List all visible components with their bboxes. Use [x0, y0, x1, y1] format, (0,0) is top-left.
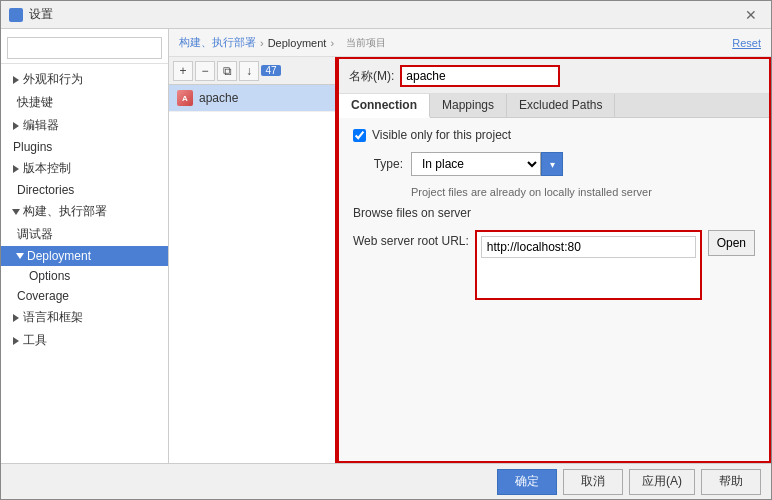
copy-server-button[interactable]: ⧉: [217, 61, 237, 81]
tab-mappings[interactable]: Mappings: [430, 94, 507, 117]
main-panel: 构建、执行部署 › Deployment › 当前项目 Reset + − ⧉ …: [169, 29, 771, 463]
sidebar-item-label: Coverage: [17, 289, 69, 303]
remove-server-button[interactable]: −: [195, 61, 215, 81]
window-title: 设置: [29, 6, 53, 23]
panel-body: + − ⧉ ↓ 47 A apache: [169, 57, 771, 463]
type-select-wrapper: In place ▾: [411, 152, 563, 176]
expand-icon: [13, 314, 19, 322]
sidebar-item-label: 外观和行为: [23, 71, 83, 88]
tab-connection[interactable]: Connection: [339, 94, 430, 118]
server-list: A apache: [169, 85, 335, 463]
name-row: 名称(M):: [339, 59, 769, 94]
sidebar-item-label: 构建、执行部署: [23, 203, 107, 220]
move-server-button[interactable]: ↓: [239, 61, 259, 81]
apply-button[interactable]: 应用(A): [629, 469, 695, 495]
search-input[interactable]: [7, 37, 162, 59]
app-icon: [9, 8, 23, 22]
sidebar-item-lang[interactable]: 语言和框架: [1, 306, 168, 329]
sidebar-item-label: Deployment: [27, 249, 91, 263]
settings-window: 设置 ✕ 外观和行为 快捷键 编辑器 Plugins: [0, 0, 772, 500]
sidebar-item-build[interactable]: 构建、执行部署: [1, 200, 168, 223]
cancel-button[interactable]: 取消: [563, 469, 623, 495]
title-bar-left: 设置: [9, 6, 53, 23]
expand-icon: [13, 337, 19, 345]
settings-content: Visible only for this project Type: In p…: [339, 118, 769, 461]
sidebar-item-label: 调试器: [17, 226, 53, 243]
sidebar-item-deployment[interactable]: Deployment: [1, 246, 168, 266]
sidebar-item-tools[interactable]: 工具: [1, 329, 168, 352]
tab-excluded-paths[interactable]: Excluded Paths: [507, 94, 615, 117]
sidebar-item-label: Plugins: [13, 140, 52, 154]
type-label: Type:: [353, 157, 403, 171]
expand-icon: [13, 122, 19, 130]
server-type-icon: A: [177, 90, 193, 106]
url-label: Web server root URL:: [353, 230, 469, 248]
expand-icon: [16, 253, 24, 259]
server-count-badge: 47: [261, 65, 281, 76]
url-input[interactable]: [481, 236, 696, 258]
browse-section-header: Browse files on server: [353, 206, 755, 222]
breadcrumb-part3: 当前项目: [346, 36, 386, 50]
sidebar-item-label: 快捷键: [17, 94, 53, 111]
sidebar-item-directories[interactable]: Directories: [1, 180, 168, 200]
visible-only-row: Visible only for this project: [353, 128, 755, 142]
visible-only-checkbox[interactable]: [353, 129, 366, 142]
sidebar-item-vcs[interactable]: 版本控制: [1, 157, 168, 180]
title-bar: 设置 ✕: [1, 1, 771, 29]
expand-icon: [13, 165, 19, 173]
config-panel: 名称(M): Connection Mappings Excluded Path…: [337, 57, 771, 463]
open-button[interactable]: Open: [708, 230, 755, 256]
main-content: 外观和行为 快捷键 编辑器 Plugins 版本控制 Directories 构…: [1, 29, 771, 463]
type-description: Project files are already on locally ins…: [353, 184, 755, 206]
type-row: Type: In place ▾: [353, 152, 755, 176]
sidebar-item-debugger[interactable]: 调试器: [1, 223, 168, 246]
confirm-button[interactable]: 确定: [497, 469, 557, 495]
server-item[interactable]: A apache: [169, 85, 335, 112]
help-button[interactable]: 帮助: [701, 469, 761, 495]
breadcrumb: 构建、执行部署 › Deployment › 当前项目: [179, 35, 386, 50]
sidebar-item-options[interactable]: Options: [1, 266, 168, 286]
breadcrumb-sep2: ›: [330, 37, 334, 49]
name-label: 名称(M):: [349, 68, 394, 85]
expand-icon: [12, 209, 20, 215]
breadcrumb-part2: Deployment: [268, 37, 327, 49]
add-server-button[interactable]: +: [173, 61, 193, 81]
type-dropdown-arrow[interactable]: ▾: [541, 152, 563, 176]
search-bar: [1, 33, 168, 64]
url-area: [475, 230, 702, 300]
sidebar-item-coverage[interactable]: Coverage: [1, 286, 168, 306]
server-toolbar: + − ⧉ ↓ 47: [169, 57, 335, 85]
sidebar-item-appearance[interactable]: 外观和行为: [1, 68, 168, 91]
url-row: Web server root URL: Open: [353, 230, 755, 300]
type-select[interactable]: In place: [411, 152, 541, 176]
sidebar-item-label: 语言和框架: [23, 309, 83, 326]
close-button[interactable]: ✕: [739, 5, 763, 25]
server-list-panel: + − ⧉ ↓ 47 A apache: [169, 57, 337, 463]
sidebar-item-label: 编辑器: [23, 117, 59, 134]
sidebar-item-label: 版本控制: [23, 160, 71, 177]
sidebar-item-editor[interactable]: 编辑器: [1, 114, 168, 137]
sidebar-item-plugins[interactable]: Plugins: [1, 137, 168, 157]
breadcrumb-bar: 构建、执行部署 › Deployment › 当前项目 Reset: [169, 29, 771, 57]
sidebar-item-label: 工具: [23, 332, 47, 349]
visible-only-label: Visible only for this project: [372, 128, 511, 142]
sidebar: 外观和行为 快捷键 编辑器 Plugins 版本控制 Directories 构…: [1, 29, 169, 463]
sidebar-item-label: Options: [29, 269, 70, 283]
sidebar-item-shortcuts[interactable]: 快捷键: [1, 91, 168, 114]
config-tabs: Connection Mappings Excluded Paths: [339, 94, 769, 118]
sidebar-item-label: Directories: [17, 183, 74, 197]
breadcrumb-part1[interactable]: 构建、执行部署: [179, 35, 256, 50]
server-name: apache: [199, 91, 238, 105]
reset-button[interactable]: Reset: [732, 37, 761, 49]
name-input[interactable]: [400, 65, 560, 87]
footer: 确定 取消 应用(A) 帮助: [1, 463, 771, 499]
expand-icon: [13, 76, 19, 84]
breadcrumb-sep1: ›: [260, 37, 264, 49]
